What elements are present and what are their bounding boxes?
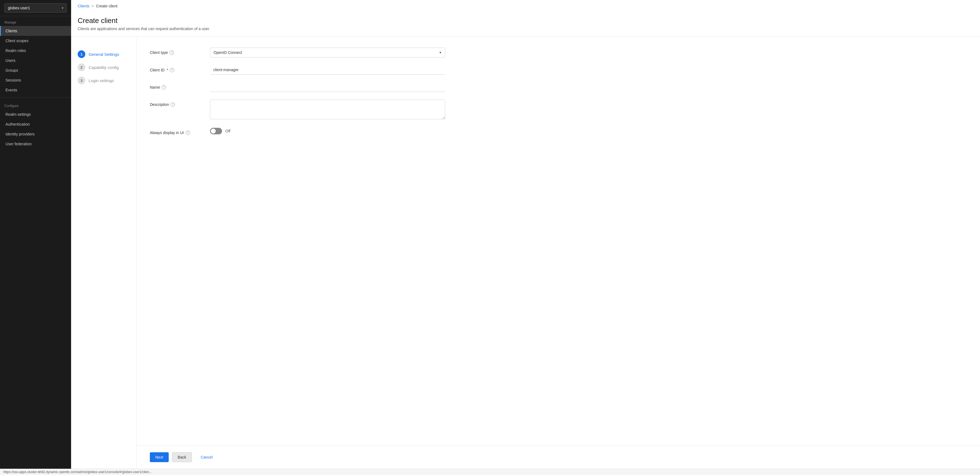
client-id-required: * [167, 68, 168, 72]
status-bar: https://sso.apps.cluster-tkfd2.dynamic.o… [0, 469, 980, 475]
always-display-help-icon[interactable]: ? [186, 131, 190, 135]
status-url: https://sso.apps.cluster-tkfd2.dynamic.o… [3, 470, 152, 474]
breadcrumb-clients-link[interactable]: Clients [78, 4, 89, 8]
description-control [210, 100, 445, 120]
client-type-select[interactable]: OpenID Connect SAML [210, 48, 445, 57]
sidebar-item-user-federation[interactable]: User federation [0, 139, 71, 149]
step-1-number: 1 [78, 50, 85, 58]
step-2: 2 Capability config [78, 61, 130, 74]
client-id-help-icon[interactable]: ? [170, 68, 174, 72]
step-2-number: 2 [78, 64, 85, 71]
cancel-button[interactable]: Cancel [195, 452, 218, 462]
sidebar-item-realm-roles[interactable]: Realm roles [0, 46, 71, 56]
form-panel: Client type ? OpenID Connect SAML [137, 37, 980, 445]
client-id-label: Client ID * ? [150, 65, 210, 72]
realm-select[interactable]: globex-user1 [5, 3, 67, 13]
description-help-icon[interactable]: ? [170, 102, 175, 107]
step-1: 1 General Settings [78, 48, 130, 61]
toggle-slider [210, 128, 222, 134]
manage-section-label: Manage [0, 16, 71, 26]
always-display-toggle[interactable] [210, 128, 222, 134]
name-input[interactable] [210, 82, 445, 92]
sidebar-item-groups[interactable]: Groups [0, 65, 71, 75]
name-row: Name ? [150, 82, 967, 92]
next-button[interactable]: Next [150, 452, 169, 462]
sidebar-item-realm-settings[interactable]: Realm settings [0, 110, 71, 119]
create-client-body: 1 General Settings 2 Capability config 3… [71, 37, 980, 469]
client-id-input[interactable] [210, 65, 445, 75]
sidebar: globex-user1 Manage Clients Client scope… [0, 0, 71, 469]
client-type-label: Client type ? [150, 48, 210, 55]
client-type-control: OpenID Connect SAML [210, 48, 445, 57]
toggle-off-label: Off [225, 129, 230, 133]
page-header: Create client Clients are applications a… [71, 12, 980, 37]
back-button[interactable]: Back [172, 452, 192, 462]
steps-panel: 1 General Settings 2 Capability config 3… [71, 37, 137, 469]
client-id-row: Client ID * ? [150, 65, 967, 75]
step-3: 3 Login settings [78, 74, 130, 87]
sidebar-item-sessions[interactable]: Sessions [0, 75, 71, 85]
form-footer: Next Back Cancel [137, 445, 980, 469]
always-display-row: Always display in UI ? Off [150, 128, 967, 135]
step-3-label: Login settings [89, 78, 114, 83]
description-textarea[interactable] [210, 100, 445, 119]
sidebar-item-client-scopes[interactable]: Client scopes [0, 36, 71, 46]
client-id-control [210, 65, 445, 75]
page-subtitle: Clients are applications and services th… [78, 27, 974, 31]
step-3-number: 3 [78, 77, 85, 84]
sidebar-item-identity-providers[interactable]: Identity providers [0, 129, 71, 139]
breadcrumb: Clients > Create client [71, 0, 980, 12]
main-content: Clients > Create client Create client Cl… [71, 0, 980, 469]
page-title: Create client [78, 16, 974, 25]
step-2-label: Capability config [89, 65, 119, 70]
sidebar-item-events[interactable]: Events [0, 85, 71, 95]
breadcrumb-separator: > [92, 4, 94, 8]
configure-section-label: Configure [0, 100, 71, 110]
name-label: Name ? [150, 82, 210, 89]
client-type-row: Client type ? OpenID Connect SAML [150, 48, 967, 57]
always-display-label: Always display in UI ? [150, 128, 210, 135]
sidebar-item-clients[interactable]: Clients [0, 26, 71, 36]
description-row: Description ? [150, 100, 967, 120]
name-help-icon[interactable]: ? [162, 85, 166, 89]
client-type-help-icon[interactable]: ? [170, 50, 174, 55]
description-label: Description ? [150, 100, 210, 107]
always-display-control: Off [210, 128, 445, 134]
sidebar-divider [0, 97, 71, 97]
breadcrumb-current: Create client [96, 4, 118, 8]
step-1-label: General Settings [89, 52, 119, 57]
realm-selector-wrapper: globex-user1 [0, 0, 71, 16]
sidebar-item-authentication[interactable]: Authentication [0, 119, 71, 129]
sidebar-item-users[interactable]: Users [0, 56, 71, 65]
name-control [210, 82, 445, 92]
toggle-row: Off [210, 128, 445, 134]
